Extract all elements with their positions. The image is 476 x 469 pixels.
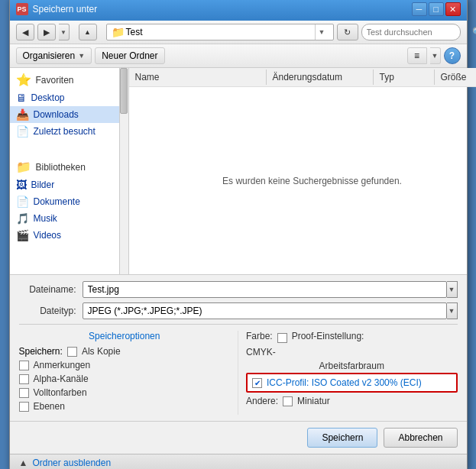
- up-button[interactable]: ▲: [79, 24, 97, 40]
- sidebar-item-label: Dokumente: [34, 196, 80, 207]
- col-header-date[interactable]: Änderungsdatum: [267, 70, 374, 85]
- titlebar: PS Speichern unter ─ □ ✕: [10, 0, 467, 21]
- col-header-type[interactable]: Typ: [374, 70, 435, 85]
- filename-dropdown[interactable]: ▼: [447, 281, 458, 298]
- sidebar-item-label: Videos: [34, 230, 61, 241]
- search-input[interactable]: [367, 27, 472, 37]
- layers-checkbox[interactable]: [19, 402, 29, 412]
- favorites-icon: ⭐: [16, 73, 31, 87]
- sidebar-item-label: Desktop: [31, 92, 65, 103]
- no-results-text: Es wurden keine Suchergebnisse gefunden.: [222, 176, 402, 186]
- search-box[interactable]: 🔍: [361, 24, 461, 40]
- annotations-row: Anmerkungen: [19, 360, 231, 370]
- sidebar-item-recent[interactable]: 📄 Zuletzt besucht: [10, 123, 119, 140]
- sidebar-item-label: Downloads: [34, 109, 79, 120]
- empty-message: Es wurden keine Suchergebnisse gefunden.: [129, 87, 477, 274]
- sidebar-item-desktop[interactable]: 🖥 Desktop: [10, 89, 119, 106]
- forward-button[interactable]: ▶: [37, 24, 56, 40]
- sidebar-item-music[interactable]: 🎵 Musik: [10, 210, 119, 227]
- proof-checkbox[interactable]: [277, 333, 287, 343]
- col-header-name[interactable]: Name: [129, 70, 267, 85]
- navigation-bar: ◀ ▶ ▼ ▲ 📁 Test ▼ ↻ 🔍: [10, 21, 467, 44]
- filename-row: Dateiname: ▼: [19, 281, 458, 298]
- window-controls: ─ □ ✕: [412, 2, 461, 16]
- copy-checkbox[interactable]: [67, 347, 77, 357]
- view-icon: ≡: [414, 50, 419, 61]
- sidebar-container: ⭐ Favoriten 🖥 Desktop 📥 Downloads 📄 Zule…: [10, 68, 129, 274]
- address-bar[interactable]: 📁 Test ▼: [106, 24, 334, 40]
- sidebar-item-label: Zuletzt besucht: [34, 126, 96, 137]
- collapse-label: Ordner ausblenden: [32, 458, 111, 468]
- filetype-label: Dateityp:: [19, 306, 76, 316]
- sidebar: ⭐ Favoriten 🖥 Desktop 📥 Downloads 📄 Zule…: [10, 68, 119, 274]
- cancel-button[interactable]: Abbrechen: [384, 428, 457, 448]
- column-headers: Name Änderungsdatum Typ Größe: [129, 68, 477, 87]
- back-button[interactable]: ◀: [16, 24, 34, 40]
- spot-checkbox[interactable]: [19, 388, 29, 398]
- filetype-row: Dateityp: ▼: [19, 302, 458, 319]
- favorites-label: Favoriten: [36, 75, 74, 86]
- music-icon: 🎵: [16, 212, 29, 225]
- desktop-icon: 🖥: [16, 92, 27, 104]
- libraries-icon: 📁: [16, 160, 31, 174]
- annotations-checkbox[interactable]: [19, 361, 29, 370]
- view-dropdown[interactable]: ▼: [430, 47, 441, 64]
- spot-label: Volltonfarben: [34, 387, 87, 398]
- toolbar: Organisieren ▼ Neuer Ordner ≡ ▼ ?: [10, 44, 467, 68]
- miniature-checkbox[interactable]: [283, 396, 293, 406]
- footer: Speichern Abbrechen: [10, 421, 467, 454]
- address-text: Test: [126, 27, 315, 37]
- minimize-button[interactable]: ─: [412, 2, 427, 16]
- maximize-button[interactable]: □: [429, 2, 444, 16]
- options-section: Speicheroptionen Speichern: Als Kopie An…: [19, 324, 458, 415]
- color-row: Farbe: Proof-Einstellung:: [246, 331, 458, 344]
- icc-link[interactable]: ICC-Profil: ISO Coated v2 300% (ECI): [267, 377, 422, 388]
- bottom-form: Dateiname: ▼ Dateityp: ▼ Speicheroptione…: [10, 274, 467, 421]
- alpha-checkbox[interactable]: [19, 374, 29, 384]
- organize-label: Organisieren: [23, 50, 76, 61]
- sidebar-item-documents[interactable]: 📄 Dokumente: [10, 193, 119, 210]
- save-button[interactable]: Speichern: [307, 428, 377, 448]
- save-label: Speichern:: [19, 346, 63, 357]
- proof-label: Proof-Einstellung:: [292, 331, 364, 341]
- libraries-label: Bibliotheken: [36, 162, 86, 173]
- filename-wrapper: ▼: [83, 281, 458, 298]
- filename-input[interactable]: [83, 281, 447, 298]
- downloads-icon: 📥: [16, 108, 29, 121]
- filetype-input[interactable]: [83, 302, 447, 319]
- organize-button[interactable]: Organisieren ▼: [16, 47, 92, 64]
- icc-checkbox[interactable]: ✔: [252, 378, 262, 388]
- nav-history-dropdown[interactable]: ▼: [59, 24, 70, 40]
- layers-row: Ebenen: [19, 401, 231, 412]
- refresh-button[interactable]: ↻: [337, 24, 358, 40]
- workspace-label: Arbeitsfarbraum: [246, 361, 458, 371]
- help-button[interactable]: ?: [444, 47, 461, 64]
- file-list: Name Änderungsdatum Typ Größe Es wurden …: [129, 68, 477, 274]
- options-left: Speicheroptionen Speichern: Als Kopie An…: [19, 331, 238, 415]
- search-icon: 🔍: [472, 27, 477, 37]
- dialog-title: Speichern unter: [33, 4, 412, 15]
- filetype-dropdown[interactable]: ▼: [447, 302, 458, 319]
- sidebar-item-images[interactable]: 🖼 Bilder: [10, 176, 119, 193]
- alpha-row: Alpha-Kanäle: [19, 374, 231, 384]
- address-dropdown[interactable]: ▼: [315, 24, 329, 40]
- sidebar-item-videos[interactable]: 🎬 Videos: [10, 227, 119, 244]
- col-header-size[interactable]: Größe: [435, 70, 477, 85]
- view-button[interactable]: ≡: [407, 47, 427, 64]
- documents-icon: 📄: [16, 196, 29, 208]
- main-area: ⭐ Favoriten 🖥 Desktop 📥 Downloads 📄 Zule…: [10, 68, 467, 274]
- new-folder-button[interactable]: Neuer Ordner: [95, 47, 164, 64]
- videos-icon: 🎬: [16, 229, 29, 241]
- recent-icon: 📄: [16, 125, 29, 137]
- speicheroptionen-link[interactable]: Speicheroptionen: [19, 331, 231, 341]
- sidebar-item-downloads[interactable]: 📥 Downloads: [10, 106, 119, 123]
- close-button[interactable]: ✕: [445, 2, 461, 16]
- collapse-bar[interactable]: ▲ Ordner ausblenden: [10, 454, 467, 469]
- sidebar-scrollbar[interactable]: [119, 68, 128, 274]
- copy-label: Als Kopie: [82, 346, 121, 357]
- alpha-label: Alpha-Kanäle: [34, 374, 89, 384]
- organize-arrow: ▼: [78, 52, 85, 60]
- icc-highlighted-box: ✔ ICC-Profil: ISO Coated v2 300% (ECI): [246, 373, 458, 393]
- color-value: CMYK-: [246, 347, 458, 357]
- sidebar-scroll-thumb: [120, 68, 128, 114]
